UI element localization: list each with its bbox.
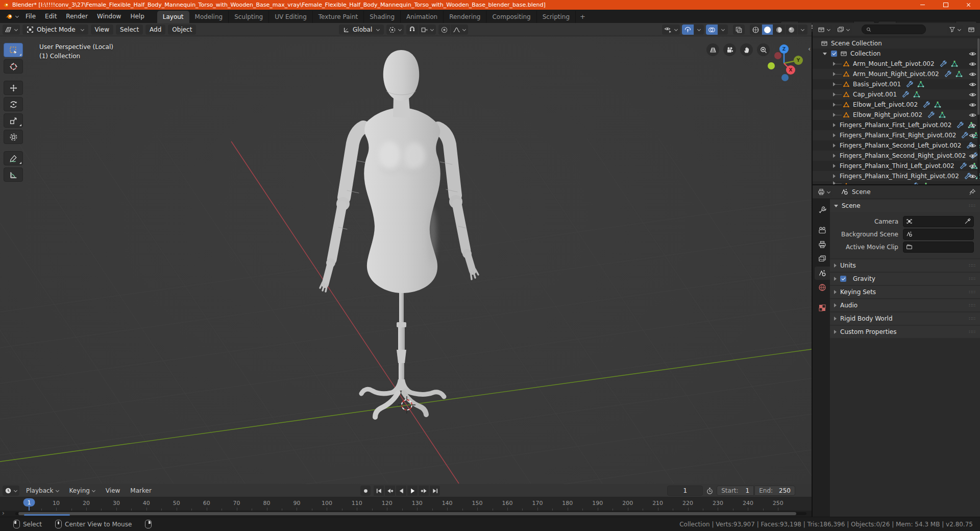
expand-icon[interactable]: [833, 164, 836, 168]
shading-solid-button[interactable]: [762, 25, 773, 35]
object-row[interactable]: Fingers_Phalanx_Second_Left_pivot.002: [813, 140, 980, 151]
object-row[interactable]: Cap_pivot.001: [813, 89, 980, 100]
editor-type-button[interactable]: [3, 486, 19, 496]
background-scene-field[interactable]: [903, 229, 974, 240]
editor-type-button[interactable]: [816, 25, 832, 35]
scroll-left-icon[interactable]: ›: [2, 510, 5, 517]
outliner-scrollbar[interactable]: [977, 38, 979, 179]
proportional-editing-toggle[interactable]: [438, 25, 450, 35]
hide-toggle[interactable]: [969, 173, 976, 180]
hide-toggle[interactable]: [969, 132, 976, 139]
drag-handle-icon[interactable]: ∷∷: [969, 203, 976, 208]
overlays-settings[interactable]: [718, 25, 728, 35]
outliner-search-input[interactable]: [862, 25, 926, 34]
expand-icon[interactable]: [833, 133, 836, 137]
gizmo-axis-z[interactable]: Z: [779, 44, 789, 54]
menu-item[interactable]: Window: [92, 11, 126, 22]
drag-handle-icon[interactable]: ∷∷: [969, 289, 976, 295]
jump-to-end-button[interactable]: [430, 486, 440, 496]
gizmo-axis-y-neg[interactable]: [768, 62, 775, 69]
workspace-tab[interactable]: Modeling: [189, 11, 229, 23]
tool-transform[interactable]: [4, 130, 23, 144]
hide-toggle[interactable]: [969, 60, 976, 68]
hide-toggle[interactable]: [969, 142, 976, 150]
next-keyframe-button[interactable]: [419, 486, 429, 496]
drag-handle-icon[interactable]: ∷∷: [969, 329, 976, 334]
viewport-canvas[interactable]: User Perspective (Local) (1) Collection …: [0, 36, 812, 484]
toggle-perspective-button[interactable]: [706, 43, 719, 56]
editor-type-button[interactable]: [3, 25, 20, 35]
workspace-tab[interactable]: Layout: [157, 11, 189, 23]
viewport-menu-item[interactable]: Select: [116, 25, 143, 35]
workspace-tab[interactable]: Shading: [364, 11, 401, 23]
playhead-line[interactable]: [29, 506, 30, 511]
frame-start-field[interactable]: Start: 1: [717, 486, 754, 496]
hide-toggle[interactable]: [969, 101, 976, 109]
panel-checkbox[interactable]: [840, 276, 846, 282]
tab-scene[interactable]: [815, 267, 830, 280]
workspace-tab[interactable]: Texture Paint: [313, 11, 364, 23]
visibility-dropdown[interactable]: [662, 25, 680, 35]
scene-collection-row[interactable]: Scene Collection: [813, 38, 980, 49]
play-button[interactable]: [407, 486, 418, 496]
panel-header[interactable]: Audio ∷∷: [830, 299, 980, 311]
menu-item[interactable]: Render: [61, 11, 92, 22]
collapse-icon[interactable]: [823, 53, 827, 55]
viewport-menu-item[interactable]: View: [91, 25, 113, 35]
menu-item[interactable]: File: [21, 11, 40, 22]
gizmo-axis-y[interactable]: Y: [794, 56, 803, 65]
gizmo-settings[interactable]: [694, 25, 704, 35]
shading-wireframe-button[interactable]: [750, 25, 762, 35]
navigation-gizmo[interactable]: Z Y X: [766, 36, 802, 83]
add-workspace-button[interactable]: +: [576, 11, 590, 22]
transform-orientation-selector[interactable]: Global: [339, 25, 384, 35]
object-row[interactable]: Elbow_Right_pivot.002: [813, 110, 980, 120]
mannequin-object[interactable]: [320, 50, 478, 417]
object-row[interactable]: Elbow_Left_pivot.002: [813, 100, 980, 110]
drag-handle-icon[interactable]: ∷∷: [969, 316, 976, 321]
pan-view-button[interactable]: [740, 43, 753, 56]
object-row[interactable]: Arm_Mount_Left_pivot.002: [813, 59, 980, 69]
drag-handle-icon[interactable]: ∷∷: [969, 263, 976, 268]
shading-rendered-button[interactable]: [786, 25, 797, 35]
tool-measure[interactable]: [4, 167, 23, 182]
drag-handle-icon[interactable]: ∷∷: [969, 276, 976, 281]
filter-button[interactable]: [947, 25, 963, 35]
editor-type-button[interactable]: [816, 187, 832, 197]
hide-toggle[interactable]: [969, 50, 976, 58]
stopwatch-icon[interactable]: [706, 487, 714, 495]
object-row[interactable]: Fingers_Phalanx_First_Right_pivot.002: [813, 130, 980, 140]
expand-icon[interactable]: [833, 174, 836, 178]
panel-header[interactable]: Units ∷∷: [830, 259, 980, 272]
gizmo-axis-x-neg[interactable]: [774, 52, 781, 59]
maximize-button[interactable]: [934, 0, 957, 10]
eyedropper-icon[interactable]: [964, 218, 971, 225]
tab-texture[interactable]: [815, 301, 830, 315]
object-row[interactable]: Arm_Mount_Right_pivot.002: [813, 69, 980, 79]
hide-toggle[interactable]: [969, 81, 976, 88]
expand-icon[interactable]: [833, 123, 836, 127]
timeline-menu-item[interactable]: Playback: [21, 485, 64, 496]
tool-rotate[interactable]: [4, 97, 23, 111]
hide-toggle[interactable]: [969, 111, 976, 119]
new-collection-button[interactable]: [966, 25, 977, 35]
xray-toggle[interactable]: [733, 25, 745, 35]
active-movie-clip-field[interactable]: [903, 242, 974, 253]
viewport-menu-item[interactable]: Add: [145, 25, 165, 35]
collection-row[interactable]: Collection: [813, 49, 980, 59]
panel-header[interactable]: Gravity ∷∷: [830, 273, 980, 285]
frame-end-field[interactable]: End: 250: [754, 486, 795, 496]
tab-render[interactable]: [815, 224, 830, 237]
play-reverse-button[interactable]: [396, 486, 406, 496]
tool-cursor[interactable]: [4, 59, 23, 74]
snap-settings[interactable]: [419, 25, 436, 35]
timeline-menu-item[interactable]: Marker: [126, 485, 156, 496]
mode-selector[interactable]: Object Mode: [22, 25, 88, 35]
gizmo-axis-x[interactable]: X: [786, 65, 795, 75]
blender-menu-button[interactable]: [3, 11, 21, 21]
tab-world[interactable]: [815, 281, 830, 294]
shading-settings[interactable]: [798, 25, 807, 35]
jump-to-start-button[interactable]: [374, 486, 384, 496]
tool-move[interactable]: [4, 81, 23, 95]
expand-icon[interactable]: [833, 143, 836, 148]
